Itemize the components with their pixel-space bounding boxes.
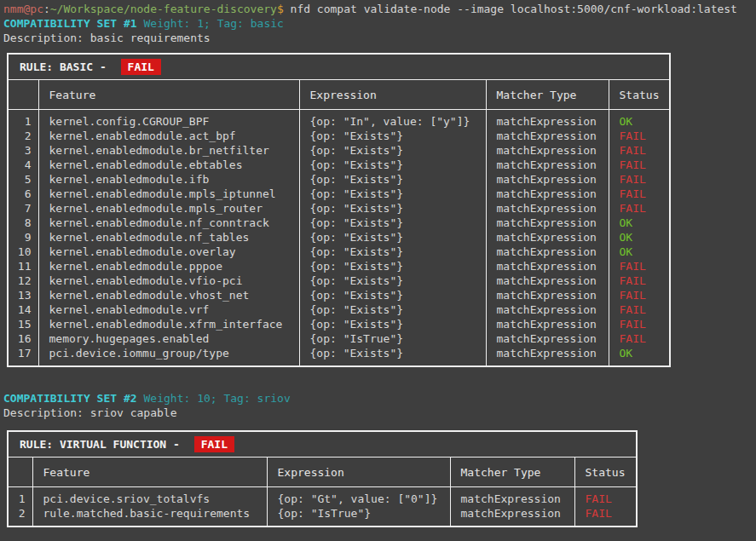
row-number: 6 xyxy=(9,187,38,201)
row-number: 4 xyxy=(9,158,38,172)
matcher-type-cell: matchExpression xyxy=(486,143,609,158)
status-cell: FAIL xyxy=(609,143,669,158)
rule-table-virtual-function: RULE: VIRTUAL FUNCTION - FAIL Feature Ex… xyxy=(7,430,638,527)
row-number: 8 xyxy=(9,216,38,230)
row-number: 15 xyxy=(9,317,38,331)
matcher-type-cell: matchExpression xyxy=(486,245,609,259)
matcher-type-cell: matchExpression xyxy=(486,317,609,331)
feature-cell: kernel.enabledmodule.br_netfilter xyxy=(38,143,299,158)
feature-cell: kernel.enabledmodule.xfrm_interface xyxy=(38,317,299,331)
rule-label: RULE: VIRTUAL FUNCTION - xyxy=(20,438,187,451)
expression-cell: {op: "Exists"} xyxy=(299,346,486,365)
feature-cell: kernel.enabledmodule.ebtables xyxy=(38,158,299,172)
table-row: 11kernel.enabledmodule.pppoe{op: "Exists… xyxy=(9,259,669,273)
results-table-virtual-function: Feature Expression Matcher Type Status 1… xyxy=(9,458,636,526)
expression-cell: {op: "Exists"} xyxy=(299,143,486,158)
status-cell: FAIL xyxy=(609,129,669,143)
status-cell: OK xyxy=(609,245,669,259)
status-cell: FAIL xyxy=(609,273,669,288)
row-number: 12 xyxy=(9,273,38,288)
set-meta: Weight: 10; Tag: sriov xyxy=(144,392,291,405)
matcher-type-cell: matchExpression xyxy=(486,273,609,288)
table-row: 2kernel.enabledmodule.act_bpf{op: "Exist… xyxy=(9,129,669,143)
feature-cell: kernel.config.CGROUP_BPF xyxy=(38,110,299,129)
table-row: 14kernel.enabledmodule.vrf{op: "Exists"}… xyxy=(9,302,669,317)
matcher-type-cell: matchExpression xyxy=(486,110,609,129)
expression-cell: {op: "Exists"} xyxy=(299,259,486,273)
feature-cell: kernel.enabledmodule.vhost_net xyxy=(38,288,299,302)
prompt-line: nmm@pc:~/Workspace/node-feature-discover… xyxy=(3,2,756,16)
rule-table-basic: RULE: BASIC - FAIL Feature Expression Ma… xyxy=(7,53,671,367)
matcher-type-cell: matchExpression xyxy=(486,230,609,245)
column-header-feature: Feature xyxy=(38,80,299,110)
status-cell: FAIL xyxy=(609,317,669,331)
rule-header-virtual-function: RULE: VIRTUAL FUNCTION - FAIL xyxy=(9,432,636,458)
feature-cell: kernel.enabledmodule.nf_conntrack xyxy=(38,216,299,230)
matcher-type-cell: matchExpression xyxy=(486,346,609,365)
row-number: 3 xyxy=(9,143,38,158)
feature-cell: rule.matched.basic-requirements xyxy=(32,506,267,526)
prompt-user-host: nmm@pc xyxy=(3,3,43,15)
expression-cell: {op: "IsTrue"} xyxy=(267,506,450,526)
table-row: 10kernel.enabledmodule.overlay{op: "Exis… xyxy=(9,245,669,259)
table-row: 9kernel.enabledmodule.nf_tables{op: "Exi… xyxy=(9,230,669,245)
column-header-index xyxy=(9,458,32,487)
column-header-matcher-type: Matcher Type xyxy=(450,458,574,487)
feature-cell: kernel.enabledmodule.mpls_iptunnel xyxy=(38,187,299,201)
expression-cell: {op: "Exists"} xyxy=(299,245,486,259)
status-cell: OK xyxy=(609,216,669,230)
command-text: nfd compat validate-node --image localho… xyxy=(284,3,737,15)
feature-cell: kernel.enabledmodule.vfio-pci xyxy=(38,273,299,288)
feature-cell: kernel.enabledmodule.ifb xyxy=(38,172,299,187)
column-header-matcher-type: Matcher Type xyxy=(486,80,609,110)
set-1-description: Description: basic requirements xyxy=(3,31,756,45)
prompt-symbol: $ xyxy=(277,3,284,15)
set-2-description: Description: sriov capable xyxy=(3,406,756,420)
row-number: 9 xyxy=(9,230,38,245)
terminal-window[interactable]: nmm@pc:~/Workspace/node-feature-discover… xyxy=(3,2,756,527)
status-cell: OK xyxy=(609,346,669,365)
row-number: 7 xyxy=(9,201,38,216)
row-number: 10 xyxy=(9,245,38,259)
status-cell: FAIL xyxy=(574,506,636,526)
row-number: 2 xyxy=(9,129,38,143)
matcher-type-cell: matchExpression xyxy=(450,487,574,507)
table-row: 16memory.hugepages.enabled{op: "IsTrue"}… xyxy=(9,331,669,346)
table-row: 7kernel.enabledmodule.mpls_router{op: "E… xyxy=(9,201,669,216)
feature-cell: kernel.enabledmodule.nf_tables xyxy=(38,230,299,245)
expression-cell: {op: "Exists"} xyxy=(299,172,486,187)
row-number: 11 xyxy=(9,259,38,273)
set-title: COMPATIBILITY SET #2 xyxy=(3,392,137,405)
table-row: 12kernel.enabledmodule.vfio-pci{op: "Exi… xyxy=(9,273,669,288)
status-cell: FAIL xyxy=(574,487,636,507)
table-row: 3kernel.enabledmodule.br_netfilter{op: "… xyxy=(9,143,669,158)
expression-cell: {op: "Exists"} xyxy=(299,158,486,172)
table-row: 4kernel.enabledmodule.ebtables{op: "Exis… xyxy=(9,158,669,172)
row-number: 17 xyxy=(9,346,38,365)
matcher-type-cell: matchExpression xyxy=(486,187,609,201)
column-header-status: Status xyxy=(574,458,636,487)
table-row: 15kernel.enabledmodule.xfrm_interface{op… xyxy=(9,317,669,331)
matcher-type-cell: matchExpression xyxy=(486,302,609,317)
row-number: 1 xyxy=(9,110,38,129)
matcher-type-cell: matchExpression xyxy=(486,216,609,230)
column-header-row: Feature Expression Matcher Type Status xyxy=(9,458,636,487)
table-row: 5kernel.enabledmodule.ifb{op: "Exists"}m… xyxy=(9,172,669,187)
row-number: 14 xyxy=(9,302,38,317)
column-header-index xyxy=(9,80,38,110)
feature-cell: pci.device.sriov_totalvfs xyxy=(32,487,267,507)
feature-cell: kernel.enabledmodule.overlay xyxy=(38,245,299,259)
column-header-row: Feature Expression Matcher Type Status xyxy=(9,80,669,110)
table-row: 17pci.device.iommu_group/type{op: "Exist… xyxy=(9,346,669,365)
feature-cell: kernel.enabledmodule.vrf xyxy=(38,302,299,317)
row-number: 1 xyxy=(9,487,32,507)
prompt-colon: : xyxy=(43,3,50,15)
matcher-type-cell: matchExpression xyxy=(450,506,574,526)
status-cell: OK xyxy=(609,110,669,129)
status-cell: FAIL xyxy=(609,158,669,172)
set-title: COMPATIBILITY SET #1 xyxy=(3,17,137,30)
status-cell: FAIL xyxy=(609,331,669,346)
table-row: 1pci.device.sriov_totalvfs{op: "Gt", val… xyxy=(9,487,636,507)
column-header-status: Status xyxy=(609,80,669,110)
feature-cell: kernel.enabledmodule.act_bpf xyxy=(38,129,299,143)
